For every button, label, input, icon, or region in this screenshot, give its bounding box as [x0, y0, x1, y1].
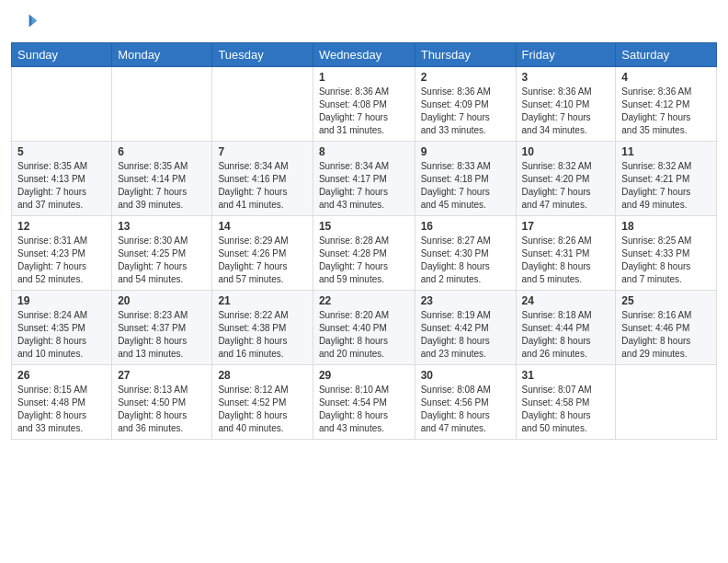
- logo-icon: [11, 9, 37, 35]
- day-number: 25: [621, 294, 711, 307]
- day-info: Sunrise: 8:34 AM Sunset: 4:16 PM Dayligh…: [218, 160, 306, 212]
- weekday-header-tuesday: Tuesday: [212, 43, 313, 67]
- header: [11, 9, 717, 35]
- day-info: Sunrise: 8:31 AM Sunset: 4:23 PM Dayligh…: [17, 235, 106, 286]
- day-cell: 21Sunrise: 8:22 AM Sunset: 4:38 PM Dayli…: [212, 291, 313, 365]
- day-number: 22: [319, 294, 409, 307]
- svg-marker-1: [31, 17, 37, 24]
- day-number: 21: [218, 294, 306, 307]
- day-cell: 18Sunrise: 8:25 AM Sunset: 4:33 PM Dayli…: [616, 216, 717, 291]
- day-number: 2: [421, 71, 510, 84]
- day-cell: 25Sunrise: 8:16 AM Sunset: 4:46 PM Dayli…: [616, 291, 717, 365]
- day-info: Sunrise: 8:28 AM Sunset: 4:28 PM Dayligh…: [319, 235, 409, 286]
- day-cell: 2Sunrise: 8:36 AM Sunset: 4:09 PM Daylig…: [415, 67, 516, 142]
- day-number: 8: [319, 145, 409, 158]
- week-row-1: 1Sunrise: 8:36 AM Sunset: 4:08 PM Daylig…: [12, 67, 717, 142]
- day-number: 17: [522, 220, 610, 233]
- weekday-header-row: SundayMondayTuesdayWednesdayThursdayFrid…: [12, 43, 717, 67]
- day-info: Sunrise: 8:34 AM Sunset: 4:17 PM Dayligh…: [319, 160, 409, 212]
- day-number: 19: [17, 294, 106, 307]
- weekday-header-friday: Friday: [516, 43, 616, 67]
- day-info: Sunrise: 8:36 AM Sunset: 4:09 PM Dayligh…: [421, 86, 510, 137]
- week-row-2: 5Sunrise: 8:35 AM Sunset: 4:13 PM Daylig…: [12, 142, 717, 216]
- day-info: Sunrise: 8:36 AM Sunset: 4:10 PM Dayligh…: [522, 86, 610, 137]
- day-number: 15: [319, 220, 409, 233]
- day-info: Sunrise: 8:19 AM Sunset: 4:42 PM Dayligh…: [421, 309, 510, 361]
- day-number: 5: [17, 145, 106, 158]
- day-info: Sunrise: 8:25 AM Sunset: 4:33 PM Dayligh…: [621, 235, 711, 286]
- day-info: Sunrise: 8:24 AM Sunset: 4:35 PM Dayligh…: [17, 309, 106, 361]
- day-info: Sunrise: 8:23 AM Sunset: 4:37 PM Dayligh…: [118, 309, 206, 361]
- day-number: 27: [118, 369, 206, 382]
- day-info: Sunrise: 8:07 AM Sunset: 4:58 PM Dayligh…: [522, 384, 610, 435]
- day-cell: [616, 365, 717, 440]
- day-number: 23: [421, 294, 510, 307]
- day-info: Sunrise: 8:35 AM Sunset: 4:13 PM Dayligh…: [17, 160, 106, 212]
- day-info: Sunrise: 8:36 AM Sunset: 4:08 PM Dayligh…: [319, 86, 409, 137]
- day-info: Sunrise: 8:30 AM Sunset: 4:25 PM Dayligh…: [118, 235, 206, 286]
- day-cell: [212, 67, 313, 142]
- day-cell: 16Sunrise: 8:27 AM Sunset: 4:30 PM Dayli…: [415, 216, 516, 291]
- week-row-5: 26Sunrise: 8:15 AM Sunset: 4:48 PM Dayli…: [12, 365, 717, 440]
- day-cell: [12, 67, 112, 142]
- day-number: 1: [319, 71, 409, 84]
- day-cell: 5Sunrise: 8:35 AM Sunset: 4:13 PM Daylig…: [12, 142, 112, 216]
- day-number: 29: [319, 369, 409, 382]
- day-cell: 23Sunrise: 8:19 AM Sunset: 4:42 PM Dayli…: [415, 291, 516, 365]
- page: SundayMondayTuesdayWednesdayThursdayFrid…: [0, 0, 728, 563]
- day-cell: 3Sunrise: 8:36 AM Sunset: 4:10 PM Daylig…: [516, 67, 616, 142]
- day-info: Sunrise: 8:36 AM Sunset: 4:12 PM Dayligh…: [621, 86, 711, 137]
- day-number: 16: [421, 220, 510, 233]
- day-number: 10: [522, 145, 610, 158]
- day-info: Sunrise: 8:10 AM Sunset: 4:54 PM Dayligh…: [319, 384, 409, 435]
- week-row-3: 12Sunrise: 8:31 AM Sunset: 4:23 PM Dayli…: [12, 216, 717, 291]
- day-number: 18: [621, 220, 711, 233]
- day-number: 12: [17, 220, 106, 233]
- day-cell: 26Sunrise: 8:15 AM Sunset: 4:48 PM Dayli…: [12, 365, 112, 440]
- day-cell: 29Sunrise: 8:10 AM Sunset: 4:54 PM Dayli…: [313, 365, 415, 440]
- day-number: 28: [218, 369, 306, 382]
- day-cell: 17Sunrise: 8:26 AM Sunset: 4:31 PM Dayli…: [516, 216, 616, 291]
- day-cell: 24Sunrise: 8:18 AM Sunset: 4:44 PM Dayli…: [516, 291, 616, 365]
- day-cell: 20Sunrise: 8:23 AM Sunset: 4:37 PM Dayli…: [112, 291, 212, 365]
- day-cell: 28Sunrise: 8:12 AM Sunset: 4:52 PM Dayli…: [212, 365, 313, 440]
- day-cell: 8Sunrise: 8:34 AM Sunset: 4:17 PM Daylig…: [313, 142, 415, 216]
- day-cell: 1Sunrise: 8:36 AM Sunset: 4:08 PM Daylig…: [313, 67, 415, 142]
- weekday-header-saturday: Saturday: [616, 43, 717, 67]
- day-number: 6: [118, 145, 206, 158]
- day-number: 4: [621, 71, 711, 84]
- week-row-4: 19Sunrise: 8:24 AM Sunset: 4:35 PM Dayli…: [12, 291, 717, 365]
- day-number: 26: [17, 369, 106, 382]
- day-cell: 19Sunrise: 8:24 AM Sunset: 4:35 PM Dayli…: [12, 291, 112, 365]
- weekday-header-monday: Monday: [112, 43, 212, 67]
- day-info: Sunrise: 8:32 AM Sunset: 4:20 PM Dayligh…: [522, 160, 610, 212]
- day-number: 20: [118, 294, 206, 307]
- day-cell: 14Sunrise: 8:29 AM Sunset: 4:26 PM Dayli…: [212, 216, 313, 291]
- day-number: 24: [522, 294, 610, 307]
- day-number: 9: [421, 145, 510, 158]
- weekday-header-thursday: Thursday: [415, 43, 516, 67]
- day-cell: 6Sunrise: 8:35 AM Sunset: 4:14 PM Daylig…: [112, 142, 212, 216]
- day-number: 14: [218, 220, 306, 233]
- day-cell: 15Sunrise: 8:28 AM Sunset: 4:28 PM Dayli…: [313, 216, 415, 291]
- day-cell: 10Sunrise: 8:32 AM Sunset: 4:20 PM Dayli…: [516, 142, 616, 216]
- day-cell: 30Sunrise: 8:08 AM Sunset: 4:56 PM Dayli…: [415, 365, 516, 440]
- day-info: Sunrise: 8:20 AM Sunset: 4:40 PM Dayligh…: [319, 309, 409, 361]
- day-info: Sunrise: 8:22 AM Sunset: 4:38 PM Dayligh…: [218, 309, 306, 361]
- day-info: Sunrise: 8:18 AM Sunset: 4:44 PM Dayligh…: [522, 309, 610, 361]
- day-cell: 27Sunrise: 8:13 AM Sunset: 4:50 PM Dayli…: [112, 365, 212, 440]
- weekday-header-sunday: Sunday: [12, 43, 112, 67]
- day-info: Sunrise: 8:26 AM Sunset: 4:31 PM Dayligh…: [522, 235, 610, 286]
- day-cell: 9Sunrise: 8:33 AM Sunset: 4:18 PM Daylig…: [415, 142, 516, 216]
- day-cell: [112, 67, 212, 142]
- day-cell: 7Sunrise: 8:34 AM Sunset: 4:16 PM Daylig…: [212, 142, 313, 216]
- day-info: Sunrise: 8:15 AM Sunset: 4:48 PM Dayligh…: [17, 384, 106, 435]
- day-info: Sunrise: 8:13 AM Sunset: 4:50 PM Dayligh…: [118, 384, 206, 435]
- day-number: 7: [218, 145, 306, 158]
- day-info: Sunrise: 8:12 AM Sunset: 4:52 PM Dayligh…: [218, 384, 306, 435]
- day-cell: 22Sunrise: 8:20 AM Sunset: 4:40 PM Dayli…: [313, 291, 415, 365]
- day-info: Sunrise: 8:16 AM Sunset: 4:46 PM Dayligh…: [621, 309, 711, 361]
- day-number: 31: [522, 369, 610, 382]
- day-cell: 11Sunrise: 8:32 AM Sunset: 4:21 PM Dayli…: [616, 142, 717, 216]
- day-cell: 4Sunrise: 8:36 AM Sunset: 4:12 PM Daylig…: [616, 67, 717, 142]
